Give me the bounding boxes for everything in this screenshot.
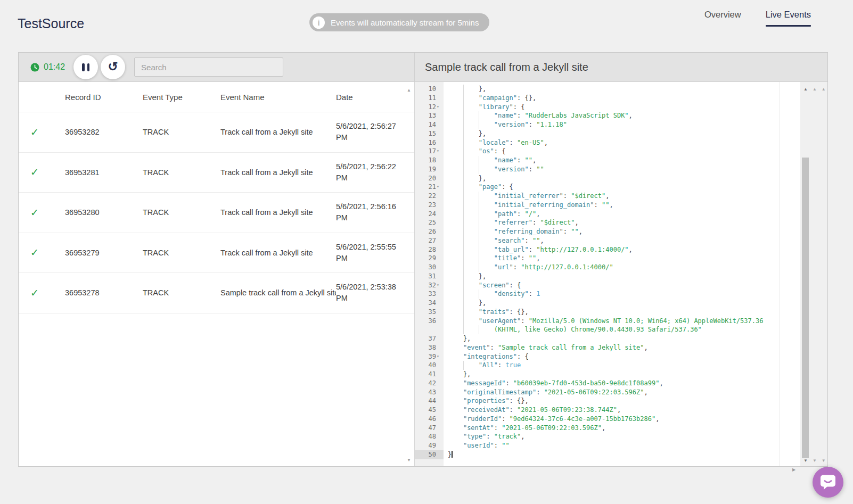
indent-guide: [463, 254, 464, 263]
code-line: },: [444, 174, 800, 183]
page-title: TestSource: [18, 16, 84, 31]
table-row[interactable]: ✓36953281TRACKTrack call from a Jekyll s…: [19, 153, 414, 193]
code-line: "tab_url": "http://127.0.0.1:4000/",: [444, 245, 800, 254]
indent-guide: [463, 85, 464, 94]
cell-event-name: Track call from a Jekyll site: [220, 208, 336, 217]
card-header-band: 01:42 ↺ Sample track call from a Jekyll …: [19, 53, 827, 82]
indent-guide: [463, 210, 464, 219]
indent-guide: [463, 156, 464, 165]
check-icon: ✓: [19, 287, 65, 299]
table-row[interactable]: ✓36953282TRACKTrack call from a Jekyll s…: [19, 112, 414, 153]
code-line: "density": 1: [444, 290, 800, 299]
indent-guide: [479, 245, 479, 254]
indent-guide: [463, 227, 464, 236]
indent-guide: [463, 183, 464, 192]
code-line: "locale": "en-US",: [444, 138, 800, 147]
scroll-down-arrows[interactable]: ▼ ▼ ▼: [803, 459, 826, 463]
gutter-line: 30: [415, 263, 444, 272]
hscroll-right-icon[interactable]: ▶: [792, 468, 795, 472]
scrollbar-thumb[interactable]: [802, 158, 809, 458]
tab-overview[interactable]: Overview: [704, 10, 741, 34]
code-line: "messageId": "b60039eb-7fd0-453d-ba50-9e…: [444, 379, 800, 388]
indent-guide: [463, 192, 464, 201]
scroll-up-arrows[interactable]: ▲ ▲ ▲: [803, 87, 826, 92]
fold-arrow-icon[interactable]: ▾: [437, 147, 443, 156]
table-header-row: Record ID Event Type Event Name Date: [19, 82, 414, 112]
code-line: "url": "http://127.0.0.1:4000/": [444, 263, 800, 272]
indent-guide: [463, 129, 464, 138]
code-line: "search": "",: [444, 236, 800, 245]
check-icon: ✓: [19, 246, 65, 259]
indent-guide: [463, 272, 464, 281]
code-line: "integrations": {: [444, 352, 800, 361]
gutter-line: 44: [415, 396, 444, 406]
detail-header: Sample track call from a Jekyll site: [415, 53, 827, 81]
cell-record-id: 36953281: [65, 168, 143, 177]
scroll-up-icon[interactable]: ▲: [803, 87, 808, 92]
pause-button[interactable]: [73, 55, 98, 79]
gutter-line: 25: [415, 218, 444, 227]
table-row[interactable]: ✓36953280TRACKTrack call from a Jekyll s…: [19, 193, 414, 233]
col-date: Date: [336, 93, 414, 102]
col-record-id: Record ID: [65, 93, 143, 102]
fold-arrow-icon[interactable]: ▾: [437, 103, 443, 112]
gutter-line: 40: [415, 361, 444, 370]
indent-guide: [479, 165, 479, 174]
check-icon: ✓: [19, 166, 65, 178]
indent-guide: [463, 361, 464, 370]
cell-event-name: Track call from a Jekyll site: [220, 128, 336, 136]
indent-guide: [479, 156, 479, 165]
fold-arrow-icon[interactable]: ▾: [437, 352, 443, 361]
fold-arrow-icon[interactable]: ▾: [437, 183, 443, 192]
tab-live-events[interactable]: Live Events: [766, 10, 811, 34]
scroll-down-icon[interactable]: ▼: [822, 459, 826, 463]
indent-guide: [463, 263, 464, 272]
chat-launcher-button[interactable]: [813, 467, 843, 498]
indent-guide: [463, 174, 464, 183]
refresh-button[interactable]: ↺: [101, 55, 125, 79]
search-input[interactable]: [134, 57, 283, 77]
scroll-up-icon[interactable]: ▲: [813, 87, 817, 92]
code-line: "initial_referrer": "$direct",: [444, 192, 800, 201]
indent-guide: [463, 281, 464, 290]
stream-timer: 01:42: [30, 62, 65, 72]
code-line: "referring_domain": "",: [444, 227, 800, 236]
gutter-line: 26: [415, 227, 444, 236]
gutter-line: 35: [415, 308, 444, 317]
scroll-down-icon[interactable]: ▼: [813, 459, 817, 463]
table-row[interactable]: ✓36953278TRACKSample track call from a J…: [19, 273, 414, 313]
code-line: "sentAt": "2021-05-06T09:22:03.596Z",: [444, 424, 800, 433]
code-line: "originalTimestamp": "2021-05-06T09:22:0…: [444, 388, 800, 397]
col-event-type: Event Type: [143, 93, 220, 102]
scroll-up-icon[interactable]: ▲: [822, 87, 826, 92]
table-scroll-down-icon[interactable]: ▼: [407, 458, 411, 462]
indent-guide: [463, 138, 464, 147]
table-row[interactable]: ✓36953279TRACKTrack call from a Jekyll s…: [19, 233, 414, 274]
gutter-line: 36: [415, 317, 444, 326]
col-event-name: Event Name: [220, 93, 336, 102]
indent-guide: [479, 227, 479, 236]
gutter-line: [415, 325, 444, 334]
gutter-line: 33: [415, 290, 444, 299]
gutter-line: 50: [415, 450, 444, 459]
indent-guide: [463, 317, 464, 326]
gutter-line: 45: [415, 406, 444, 415]
code-line: },: [444, 299, 800, 308]
gutter-line: 41: [415, 370, 444, 379]
gutter-line: 14: [415, 120, 444, 129]
scroll-down-icon[interactable]: ▼: [803, 459, 808, 463]
code-line: "referrer": "$direct",: [444, 218, 800, 227]
code-line: "screen": {: [444, 281, 800, 290]
gutter-line: 31: [415, 272, 444, 281]
gutter-line: 37: [415, 334, 444, 343]
fold-arrow-icon[interactable]: ▾: [437, 281, 443, 290]
code-line: "userId": "": [444, 441, 800, 450]
indent-guide: [479, 120, 479, 129]
indent-guide: [463, 299, 464, 308]
cell-event-type: TRACK: [143, 208, 220, 217]
table-scroll-up-icon[interactable]: ▲: [407, 88, 411, 93]
code-line: "receivedAt": "2021-05-06T09:23:38.744Z"…: [444, 406, 800, 415]
info-icon: i: [313, 16, 325, 29]
check-icon: ✓: [19, 126, 65, 138]
check-icon: ✓: [19, 206, 65, 219]
